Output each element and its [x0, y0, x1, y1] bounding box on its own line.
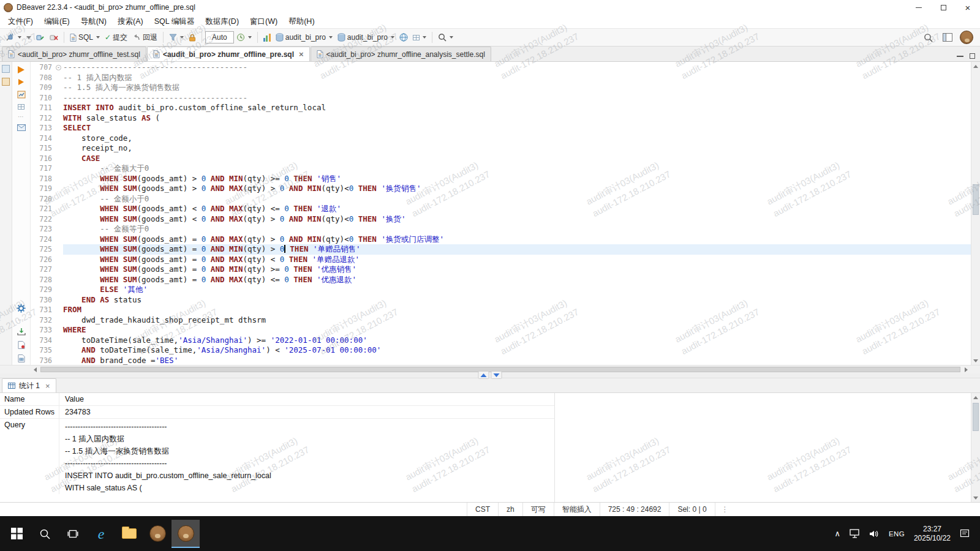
scroll-up-arrow[interactable] [971, 62, 980, 70]
code-line-730[interactable]: 730 END AS status [31, 295, 971, 305]
code-line-732[interactable]: 732 dwd_trade_hkaudit_shop_receipt_mt dt… [31, 315, 971, 326]
status-selection[interactable]: Sel: 0 | 0 [669, 503, 715, 516]
close-results-tab-icon[interactable]: × [45, 382, 50, 390]
scrollbar-thumb[interactable] [973, 403, 979, 431]
perspective-button[interactable] [940, 30, 955, 45]
line-number[interactable]: 716 [31, 154, 54, 164]
code-line-720[interactable]: 720 -- 金额小于0 [31, 194, 971, 204]
editor-results-splitter[interactable] [0, 373, 980, 378]
datasource-select[interactable]: audit_bi_pro [273, 30, 335, 45]
menu-navigate[interactable]: 导航(N) [75, 15, 112, 29]
sql-editor[interactable]: 707-------------------------------------… [31, 62, 980, 365]
cell-name[interactable]: Updated Rows [0, 406, 59, 418]
transaction-log-button[interactable] [167, 30, 186, 45]
line-number[interactable]: 719 [31, 184, 54, 194]
column-header-value[interactable]: Value [59, 393, 554, 405]
network-profile-button[interactable] [397, 30, 410, 45]
search-menu-button[interactable] [435, 30, 456, 45]
code-line-712[interactable]: 712WITH sale_status AS ( [31, 113, 971, 124]
tab-editor-3[interactable]: <audit_bi_pro> zhumr_offline_analysis_se… [311, 47, 491, 61]
close-window-button[interactable]: × [956, 0, 980, 15]
transaction-isolation-button[interactable] [234, 30, 254, 45]
status-insert-mode[interactable]: 智能插入 [554, 503, 600, 516]
results-vertical-scrollbar[interactable] [971, 393, 980, 502]
rollback-button[interactable]: 回退 [130, 30, 160, 45]
result-set-button[interactable] [18, 354, 25, 362]
commit-button[interactable]: ✓ 提交 [102, 30, 130, 45]
line-number[interactable]: 718 [31, 174, 54, 184]
code-line-711[interactable]: 711INSERT INTO audit_bi_pro.custom_offli… [31, 103, 971, 113]
explain-plan-button[interactable] [17, 91, 26, 99]
line-number[interactable]: 729 [31, 285, 54, 295]
menu-help[interactable]: 帮助(H) [283, 15, 320, 29]
minimize-editor-icon[interactable] [957, 56, 963, 57]
code-line-735[interactable]: 735 AND toDateTime(sale_time,'Asia/Shang… [31, 345, 971, 356]
dbeaver-taskbar-button-active[interactable] [172, 520, 200, 548]
code-line-715[interactable]: 715 receipt_no, [31, 143, 971, 154]
tab-statistics[interactable]: 统计 1 × [2, 378, 56, 392]
scroll-up-arrow[interactable] [971, 393, 980, 402]
line-number[interactable]: 730 [31, 295, 54, 305]
new-connection-button[interactable] [3, 30, 24, 45]
line-number[interactable]: 710 [31, 93, 54, 103]
code-line-724[interactable]: 724 WHEN SUM(goods_amt) = 0 AND MAX(qty)… [31, 234, 971, 245]
taskbar-clock[interactable]: 23:27 2025/10/22 [914, 525, 951, 543]
mail-export-button[interactable] [17, 124, 26, 131]
code-line-709[interactable]: 709-- 1.5 插入海一家换货销售数据 [31, 83, 971, 93]
line-number[interactable]: 715 [31, 143, 54, 154]
code-line-722[interactable]: 722 WHEN SUM(goods_amt) < 0 AND MAX(qty)… [31, 214, 971, 225]
code-line-725[interactable]: 725 WHEN SUM(goods_amt) = 0 AND MIN(qty)… [31, 244, 971, 255]
line-number[interactable]: 714 [31, 133, 54, 144]
tray-expand-icon[interactable]: ∧ [835, 529, 841, 538]
dbeaver-avatar-icon[interactable] [960, 31, 973, 44]
code-line-723[interactable]: 723 -- 金额等于0 [31, 224, 971, 234]
code-line-721[interactable]: 721 WHEN SUM(goods_amt) < 0 AND MAX(qty)… [31, 204, 971, 214]
cell-value[interactable]: 234783 [59, 406, 554, 418]
code-line-718[interactable]: 718 WHEN SUM(goods_amt) > 0 AND MIN(qty)… [31, 174, 971, 184]
result-grid-button[interactable] [18, 104, 24, 110]
code-line-736[interactable]: 736 AND brand_code ='BES' [31, 356, 971, 365]
code-line-713[interactable]: 713SELECT [31, 123, 971, 133]
code-line-729[interactable]: 729 ELSE '其他' [31, 285, 971, 295]
minimize-results-button[interactable] [491, 371, 502, 379]
start-button[interactable] [2, 520, 31, 548]
line-number[interactable]: 728 [31, 275, 54, 285]
maximize-results-button[interactable] [478, 371, 489, 379]
code-line-731[interactable]: 731FROM [31, 305, 971, 315]
menu-window[interactable]: 窗口(W) [244, 15, 283, 29]
line-number[interactable]: 727 [31, 264, 54, 275]
line-number[interactable]: 717 [31, 163, 54, 174]
code-line-714[interactable]: 714 store_code, [31, 133, 971, 144]
scroll-down-arrow[interactable] [971, 493, 980, 502]
tab-editor-2[interactable]: <audit_bi_pro> zhumr_offline_pre.sql× [147, 47, 310, 61]
disconnect-button[interactable] [47, 30, 61, 45]
table-row-updated-rows[interactable]: Updated Rows 234783 [0, 406, 554, 419]
maximize-editor-icon[interactable] [970, 53, 975, 59]
dbeaver-taskbar-button[interactable] [143, 520, 172, 548]
cell-name[interactable]: Query [0, 419, 59, 494]
action-center-icon[interactable] [960, 528, 970, 539]
code-line-717[interactable]: 717 -- 金额大于0 [31, 163, 971, 174]
output-button[interactable] [261, 30, 273, 45]
line-number[interactable]: 713 [31, 123, 54, 133]
tab-editor-1[interactable]: <audit_bi_pro> zhumr_offline_test.sql [2, 47, 146, 61]
table-row-query[interactable]: Query ----------------------------------… [0, 419, 554, 494]
volume-icon[interactable] [869, 530, 880, 538]
line-number[interactable]: 736 [31, 356, 54, 365]
settings-gear-icon[interactable] [17, 304, 26, 313]
sql-templates-button[interactable]: SQL [67, 30, 102, 45]
status-cursor-position[interactable]: 725 : 49 : 24692 [600, 503, 670, 516]
commit-mode-select[interactable]: Auto [205, 31, 234, 43]
fetch-next-button[interactable] [24, 30, 34, 45]
scroll-left-arrow[interactable] [31, 365, 39, 373]
internet-explorer-button[interactable]: e [87, 520, 115, 548]
scroll-down-arrow[interactable] [971, 356, 980, 365]
line-number[interactable]: 733 [31, 325, 54, 335]
line-number[interactable]: 707 [31, 62, 54, 73]
menu-edit[interactable]: 编辑(E) [39, 15, 75, 29]
line-number[interactable]: 735 [31, 345, 54, 356]
scroll-right-arrow[interactable] [962, 365, 970, 373]
line-number[interactable]: 712 [31, 113, 54, 124]
line-number[interactable]: 723 [31, 224, 54, 234]
line-number[interactable]: 725 [31, 244, 54, 255]
